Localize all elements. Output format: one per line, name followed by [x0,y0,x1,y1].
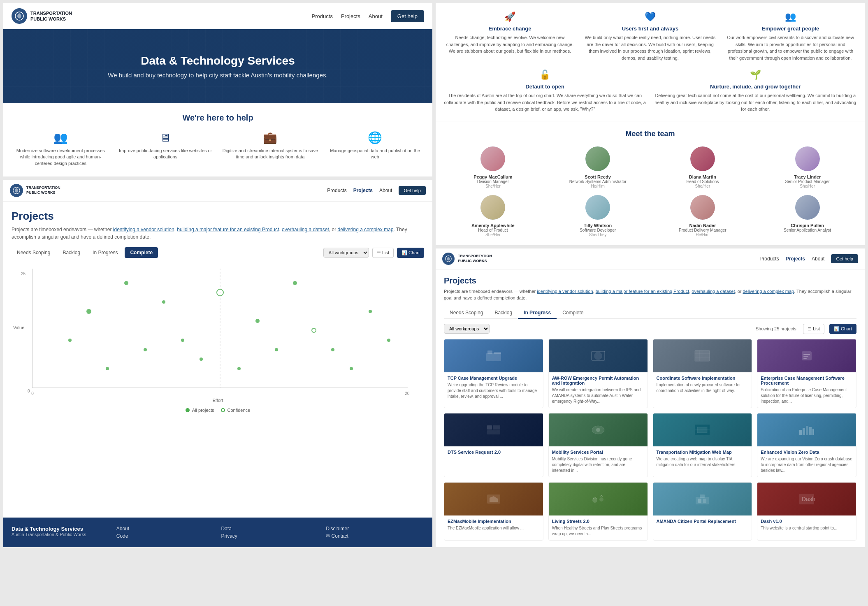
open-title: Default to open [444,84,646,90]
list-controls: All workgroups Showing 25 projects ☰ Lis… [444,324,856,334]
chart-view-button[interactable]: 📊 Chart [397,248,424,258]
get-help-button[interactable]: Get help [391,10,424,22]
avatar-7 [795,195,820,220]
list-get-help-button[interactable]: Get help [831,254,858,263]
open-text: The residents of Austin are at the top o… [444,92,646,113]
list-nav-about[interactable]: About [812,256,824,262]
footer-disclaimer[interactable]: Disclaimer [326,526,424,532]
member-1-role: Network Systems Administrator [549,179,647,184]
project-card-7-body: Enhanced Vision Zero Data We are expandi… [757,446,856,477]
project-card-6[interactable]: Transportation Mitigation Web Map We are… [653,413,752,477]
footer-privacy[interactable]: Privacy [221,533,320,539]
footer-about[interactable]: About [116,526,215,532]
project-9-title: Living Streets 2.0 [552,519,644,524]
chart-nav-about[interactable]: About [379,188,392,193]
list-tab-complete[interactable]: Complete [557,307,589,319]
project-img-placeholder-7 [757,413,856,446]
project-1-desc: We will create a integration between the… [552,387,644,404]
project-5-desc: Mobility Services Division has recently … [552,456,644,474]
legend-dot-confidence [221,408,225,412]
project-card-5-body: Mobility Services Portal Mobility Servic… [549,446,648,477]
project-card-3[interactable]: Enterprise Case Management Software Proc… [757,339,856,408]
footer-data[interactable]: Data [221,526,320,532]
member-7-name: Chrispin Pullen [758,223,856,228]
link-vendor[interactable]: identifying a vendor solution [113,227,174,232]
footer-code[interactable]: Code [116,533,215,539]
hero-image: Data & Technology Services We build and … [3,29,432,103]
chart-get-help-button[interactable]: Get help [399,186,426,195]
link-dataset[interactable]: overhauling a dataset [282,227,329,232]
chart-dot-10 [275,348,278,351]
project-card-2[interactable]: Coordinate Software Implementation Imple… [653,339,752,408]
x-tick-20: 20 [405,391,409,396]
chart-proj-desc: Projects are timeboxed endeavors — wheth… [12,226,424,241]
project-card-9-img [549,483,648,515]
link-feature[interactable]: building a major feature for an existing… [177,227,279,232]
value-users: 💙 Users first and always We build only w… [584,12,716,61]
project-card-11[interactable]: Dash Dash v1.0 This website is a central… [757,482,856,541]
value-embrace: 🚀 Embrace change Needs change; technolog… [444,12,576,61]
chart-nav-projects[interactable]: Projects [353,188,373,193]
project-card-10[interactable]: AMANDA Citizen Portal Replacement [653,482,752,541]
project-card-3-img [757,339,856,372]
list-nav-projects[interactable]: Projects [786,256,805,262]
nav-about[interactable]: About [369,13,383,19]
chart-dot-5 [181,339,184,342]
tab-backlog[interactable]: Backlog [57,247,86,258]
project-img-placeholder-6 [653,413,752,446]
chart-dot-4 [255,319,260,323]
feature-3-text: Manage geospatial data and publish it on… [326,148,424,160]
tab-in-progress[interactable]: In Progress [87,247,123,258]
chart-nav-logo: TRANSPORTATION PUBLIC WORKS [10,184,60,197]
list-view-button[interactable]: ☰ List [372,248,394,258]
list-nav-products[interactable]: Products [759,256,779,262]
member-3-role: Senior Product Manager [758,179,856,184]
list-tab-needs-scoping[interactable]: Needs Scoping [444,307,489,319]
nav-products[interactable]: Products [312,13,333,19]
workgroup-select[interactable]: All workgroups [323,248,369,258]
list-workgroup-select[interactable]: All workgroups [444,324,490,334]
project-3-desc: Solicitation of an Enterprise Case Manag… [761,387,853,404]
nav-projects[interactable]: Projects [341,13,360,19]
project-card-8[interactable]: EZMaxMobile Implementation The EZMaxMobi… [444,482,543,541]
member-5-name: Tilly Whitson [549,223,647,228]
list-tab-in-progress[interactable]: In Progress [518,307,557,319]
feature-2-text: Digitize and streamline internal systems… [221,148,320,160]
list-link-feature[interactable]: building a major feature for an existing… [596,289,689,294]
project-card-4-img [444,413,543,446]
footer-links-2: Data Privacy [221,526,320,539]
project-9-desc: When Healthy Streets and Play Streets pr… [552,525,644,537]
list-link-dataset[interactable]: overhauling a dataset [692,289,735,294]
project-11-desc: This website is a central starting point… [761,525,853,531]
project-card-5[interactable]: Mobility Services Portal Mobility Servic… [548,413,648,477]
project-card-5-img [549,413,648,446]
list-tab-backlog[interactable]: Backlog [489,307,518,319]
project-card-4[interactable]: DTS Service Request 2.0 [444,413,543,477]
list-proj-title: Projects [444,276,856,286]
values-grid-bottom: 🔓 Default to open The residents of Austi… [436,70,865,121]
list-chart-view-button[interactable]: 📊 Chart [829,324,856,334]
project-card-0[interactable]: TCP Case Management Upgrade We're upgrad… [444,339,543,408]
footer-contact[interactable]: ✉ Contact [326,533,424,539]
project-2-desc: Implementation of newly procured softwar… [657,382,749,394]
footer-links-3: Disclaimer ✉ Contact [326,526,424,539]
hero-panel: TRANSPORTATION PUBLIC WORKS Products Pro… [3,3,432,176]
list-list-view-button[interactable]: ☰ List [803,324,824,334]
chart-dot-9 [237,367,241,370]
link-map[interactable]: delivering a complex map [337,227,393,232]
feature-1-text: Improve public-facing services like webs… [116,148,215,160]
list-link-map[interactable]: delivering a complex map [743,289,794,294]
projects-chart-panel: TRANSPORTATION PUBLIC WORKS Products Pro… [3,180,432,547]
svg-rect-5 [486,353,501,361]
project-card-9[interactable]: Living Streets 2.0 When Healthy Streets … [548,482,648,541]
list-proj-desc: Projects are timeboxed endeavors — wheth… [444,288,856,302]
chart-nav-products[interactable]: Products [327,188,346,193]
project-card-1[interactable]: AW-ROW Emergency Permit Automation and I… [548,339,648,408]
footer-grid: Data & Technology Services Austin Transp… [12,526,424,539]
tab-complete[interactable]: Complete [125,247,158,258]
project-card-7[interactable]: Enhanced Vision Zero Data We are expandi… [757,413,856,477]
tab-needs-scoping[interactable]: Needs Scoping [12,247,56,258]
project-8-desc: The EZMaxMobile application will allow .… [448,525,540,531]
member-0-company: She/Her [444,184,542,188]
list-link-vendor[interactable]: identifying a vendor solution [537,289,593,294]
